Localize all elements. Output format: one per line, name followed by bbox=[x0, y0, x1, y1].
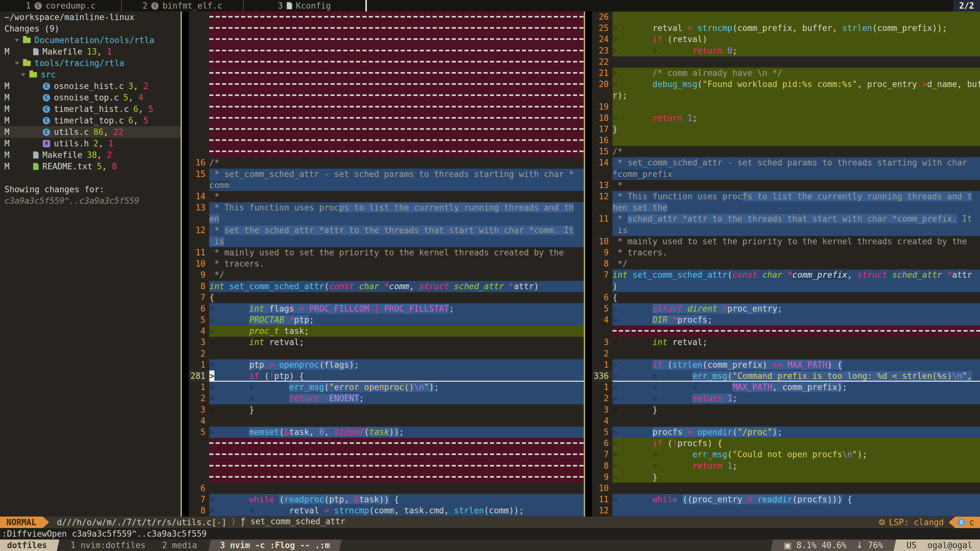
code-line[interactable]: 7int set_comm_sched_attr(const char *com… bbox=[592, 270, 980, 281]
code-line[interactable]: 1>>err_msg("error openproc()\n"); bbox=[189, 382, 584, 393]
command-line[interactable]: :DiffviewOpen c3a9a3c5f559^..c3a9a3c5f55… bbox=[0, 528, 980, 540]
code-line[interactable] bbox=[189, 124, 584, 135]
code-line[interactable]: 16/* bbox=[189, 157, 584, 168]
code-line[interactable]: 13 * This function uses procps to list t… bbox=[189, 202, 584, 213]
code-line[interactable] bbox=[189, 135, 584, 146]
code-line[interactable]: 26 bbox=[592, 11, 980, 23]
code-line[interactable]: 25>retval = strncmp(comm_prefix, buffer,… bbox=[592, 23, 980, 34]
code-line[interactable]: 3>int retval; bbox=[592, 337, 980, 348]
sidebar-item-utils.h[interactable]: MHutils.h2, 1 bbox=[0, 138, 181, 149]
code-line[interactable] bbox=[592, 326, 980, 337]
sidebar-item-tools/tracing/rtla[interactable]: tools/tracing/rtla bbox=[0, 57, 181, 69]
code-line[interactable]: 12 * This function uses procfs to list t… bbox=[592, 191, 980, 202]
code-line[interactable]: 11 * mainly used to set the priority to … bbox=[189, 247, 584, 258]
code-line[interactable]: *comm_prefix bbox=[592, 169, 980, 180]
code-line[interactable] bbox=[189, 79, 584, 90]
code-line[interactable]: 16 bbox=[592, 135, 980, 146]
code-line[interactable] bbox=[189, 472, 584, 483]
code-line[interactable]: 2 bbox=[189, 348, 584, 359]
code-line[interactable]: 6>int flags = PROC_FILLCOM | PROC_FILLST… bbox=[189, 303, 584, 314]
code-line[interactable]: 6>if (!procfs) { bbox=[592, 438, 980, 449]
tmux-window-2[interactable]: 2 media bbox=[154, 540, 205, 551]
code-line[interactable]: 4 bbox=[189, 416, 584, 427]
code-line[interactable]: 2>>return -ENOENT; bbox=[189, 393, 584, 404]
code-line[interactable]: r); bbox=[592, 90, 980, 101]
code-line[interactable]: 19 bbox=[592, 102, 980, 113]
code-line[interactable]: 14 * bbox=[189, 191, 584, 202]
code-line[interactable]: 9>} bbox=[592, 472, 980, 483]
chevron-down-icon[interactable] bbox=[15, 62, 19, 65]
code-line[interactable]: 10 bbox=[592, 483, 980, 494]
code-line[interactable]: 8 */ bbox=[592, 258, 980, 270]
code-line[interactable] bbox=[189, 449, 584, 460]
code-line[interactable]: 20>debug_msg("Found workload pid:%s comm… bbox=[592, 79, 980, 90]
code-line[interactable]: 23>>return 0; bbox=[592, 45, 980, 56]
code-line[interactable]: 8>>return 1; bbox=[592, 460, 980, 472]
code-line[interactable]: 22 bbox=[592, 56, 980, 68]
tmux-active-window[interactable]: 3 nvim -c :Flog -- .:m bbox=[214, 540, 336, 551]
tmux-window-1[interactable]: 1 nvim:dotfiles bbox=[62, 540, 154, 551]
code-line[interactable] bbox=[189, 34, 584, 45]
code-line[interactable] bbox=[189, 45, 584, 56]
code-line[interactable]: 5>procfs = opendir("/proc"); bbox=[592, 427, 980, 438]
code-line[interactable] bbox=[189, 102, 584, 113]
sidebar-item-src[interactable]: src bbox=[0, 69, 181, 80]
code-line[interactable]: 10 * mainly used to set the priority to … bbox=[592, 236, 980, 247]
code-line[interactable]: 2>>return 1; bbox=[592, 393, 980, 404]
code-line[interactable]: 21>/* comm already have \n */ bbox=[592, 68, 980, 79]
code-line[interactable]: comm bbox=[189, 180, 584, 191]
code-line[interactable] bbox=[189, 460, 584, 472]
sidebar-item-Makefile[interactable]: MMakefile38, 2 bbox=[0, 149, 181, 161]
diff-pane-old[interactable]: 16/*15 * set_comm_sched_attr - set sched… bbox=[189, 11, 584, 516]
code-line[interactable]: 7>>err_msg("Could not open procfs\n"); bbox=[592, 449, 980, 460]
code-line[interactable]: 14 * set_comm_sched_attr - set sched par… bbox=[592, 157, 980, 168]
code-line[interactable]: ) bbox=[592, 281, 980, 292]
sidebar-item-Makefile[interactable]: MMakefile13, 1 bbox=[0, 46, 181, 57]
sidebar-item-timerlat_hist.c[interactable]: MCtimerlat_hist.c6, 5 bbox=[0, 103, 181, 115]
code-line[interactable]: 18>return 1; bbox=[592, 113, 980, 124]
code-line[interactable]: 7{ bbox=[189, 292, 584, 303]
code-line[interactable]: 24>if (retval) bbox=[592, 34, 980, 45]
code-line[interactable]: 3>int retval; bbox=[189, 337, 584, 348]
code-line[interactable]: 5>PROCTAB *ptp; bbox=[189, 314, 584, 326]
code-line[interactable] bbox=[189, 438, 584, 449]
code-line[interactable]: 3>} bbox=[592, 404, 980, 416]
chevron-down-icon[interactable] bbox=[21, 73, 25, 76]
buffer-tab-coredump.c[interactable]: 1Ccoredump.c bbox=[0, 0, 122, 11]
sidebar-item-README.txt[interactable]: MREADME.txt5, 8 bbox=[0, 161, 181, 172]
sidebar-item-utils.c[interactable]: MCutils.c86, 22 bbox=[0, 126, 181, 138]
code-line[interactable]: 17} bbox=[592, 124, 980, 135]
buffer-tab-binfmt_elf.c[interactable]: 2Cbinfmt_elf.c bbox=[122, 0, 244, 11]
code-line[interactable] bbox=[189, 11, 584, 23]
cursor-line[interactable]: 281>if (!ptp) { bbox=[189, 370, 584, 382]
code-line[interactable] bbox=[189, 68, 584, 79]
chevron-down-icon[interactable] bbox=[15, 39, 19, 42]
code-line[interactable]: 12 * set the sched_attr *attr to the thr… bbox=[189, 225, 584, 236]
code-line[interactable]: 1>ptp = openproc(flags); bbox=[189, 359, 584, 370]
code-line[interactable]: 4 bbox=[592, 416, 980, 427]
sidebar-item-timerlat_top.c[interactable]: MCtimerlat_top.c6, 5 bbox=[0, 115, 181, 126]
code-line[interactable]: 9 * tracers. bbox=[592, 247, 980, 258]
sidebar-item-osnoise_top.c[interactable]: MCosnoise_top.c5, 4 bbox=[0, 92, 181, 103]
code-line[interactable] bbox=[189, 146, 584, 157]
code-line[interactable]: 6 bbox=[189, 483, 584, 494]
code-line[interactable]: 13 * bbox=[592, 180, 980, 191]
code-line[interactable]: 2 bbox=[592, 348, 980, 359]
diff-pane-new[interactable]: 2625>retval = strncmp(comm_prefix, buffe… bbox=[592, 11, 980, 516]
buffer-tab-Kconfig[interactable]: 3Kconfig bbox=[244, 0, 366, 11]
code-line[interactable]: 11>while ((proc_entry = readdir(procfs))… bbox=[592, 494, 980, 505]
tmux-session-name[interactable]: dotfiles bbox=[0, 540, 54, 551]
code-line[interactable]: 15/* bbox=[592, 146, 980, 157]
code-line[interactable]: 4>proc_t task; bbox=[189, 326, 584, 337]
code-line[interactable]: 8>>retval = strncmp(comm, task.cmd, strl… bbox=[189, 505, 584, 516]
code-line[interactable]: 15 * set_comm_sched_attr - set sched par… bbox=[189, 169, 584, 180]
sidebar-item-Documentation/tools/rtla[interactable]: Documentation/tools/rtla bbox=[0, 35, 181, 46]
sidebar-item-osnoise_hist.c[interactable]: MCosnoise_hist.c3, 2 bbox=[0, 80, 181, 92]
code-line[interactable]: is bbox=[592, 225, 980, 236]
code-line[interactable]: 7>while (readproc(ptp, &task)) { bbox=[189, 494, 584, 505]
code-line[interactable]: hen set the bbox=[592, 202, 980, 213]
code-line[interactable] bbox=[189, 113, 584, 124]
code-line[interactable]: 8int set_comm_sched_attr(const char *com… bbox=[189, 281, 584, 292]
code-line[interactable]: 3>} bbox=[189, 404, 584, 416]
code-line[interactable]: 11 * sched_attr *attr to the threads tha… bbox=[592, 213, 980, 224]
